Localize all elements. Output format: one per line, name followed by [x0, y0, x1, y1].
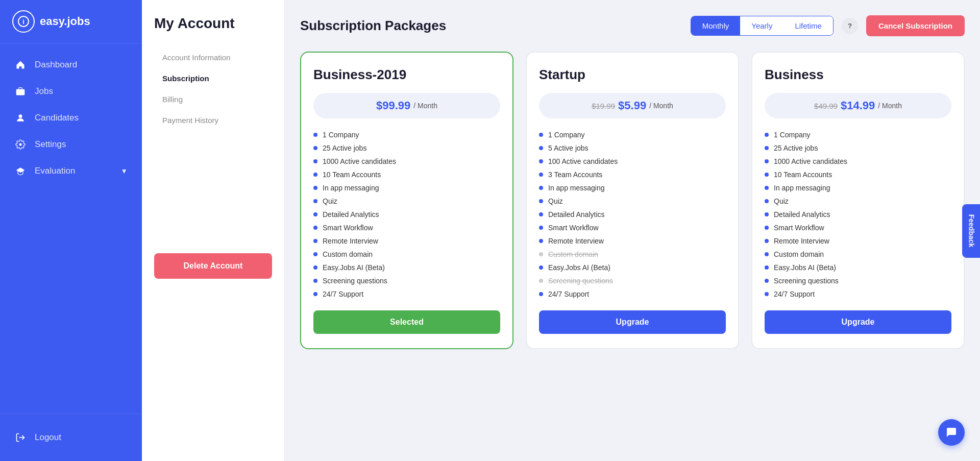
plan-features-1: 1 Company 5 Active jobs 100 Active candi…: [539, 131, 726, 298]
feature-text-2-3: 10 Team Accounts: [774, 171, 832, 179]
feature-text-1-11: Screening questions: [548, 277, 613, 285]
feature-text-2-2: 1000 Active candidates: [774, 157, 847, 165]
subscription-title: Subscription Packages: [300, 18, 446, 34]
feature-dot-2-12: [765, 292, 769, 296]
svg-point-3: [19, 114, 22, 118]
toggle-lifetime[interactable]: Lifetime: [783, 16, 833, 35]
feature-text-2-8: Remote Interview: [774, 237, 829, 245]
account-menu-item-payment-history[interactable]: Payment History: [154, 110, 272, 131]
feature-text-1-5: Quiz: [548, 197, 563, 205]
feature-text-0-11: Screening questions: [323, 277, 387, 285]
feature-dot-0-11: [313, 279, 317, 283]
feature-text-0-1: 25 Active jobs: [323, 144, 366, 152]
logo-text: easy.jobs: [40, 15, 90, 28]
feature-dot-0-9: [313, 252, 317, 256]
feature-text-1-6: Detailed Analytics: [548, 210, 605, 219]
feature-text-1-1: 5 Active jobs: [548, 144, 589, 152]
feature-text-2-4: In app messaging: [774, 184, 830, 192]
feature-item-2-4: In app messaging: [765, 184, 951, 192]
feature-item-1-7: Smart Workflow: [539, 224, 726, 232]
feature-dot-1-3: [539, 173, 543, 177]
header-right: Monthly Yearly Lifetime ? Cancel Subscri…: [691, 15, 965, 36]
feature-text-1-4: In app messaging: [548, 184, 605, 192]
feature-text-0-2: 1000 Active candidates: [323, 157, 396, 165]
feature-item-2-7: Smart Workflow: [765, 224, 951, 232]
feature-dot-1-1: [539, 146, 543, 150]
feature-item-1-11: Screening questions: [539, 277, 726, 285]
feature-item-1-8: Remote Interview: [539, 237, 726, 245]
help-button[interactable]: ?: [842, 18, 858, 34]
feature-text-2-6: Detailed Analytics: [774, 210, 830, 219]
user-icon: [14, 112, 27, 124]
feature-dot-2-10: [765, 265, 769, 270]
cancel-subscription-button[interactable]: Cancel Subscription: [866, 15, 965, 36]
feature-item-2-9: Custom domain: [765, 250, 951, 258]
account-menu-item-billing[interactable]: Billing: [154, 89, 272, 110]
feature-item-2-12: 24/7 Support: [765, 290, 951, 298]
sidebar-nav: Dashboard Jobs Candidates Settings Evalu…: [0, 43, 142, 414]
main-content: My Account Account Information Subscript…: [142, 0, 980, 461]
sidebar-item-evaluation[interactable]: Evaluation ▼: [0, 158, 142, 184]
toggle-monthly[interactable]: Monthly: [691, 16, 741, 35]
price-old-1: $19.99: [592, 102, 615, 110]
feature-item-0-2: 1000 Active candidates: [313, 157, 500, 165]
feature-text-2-10: Easy.Jobs AI (Beta): [774, 263, 836, 272]
feature-text-0-8: Remote Interview: [323, 237, 378, 245]
feature-dot-2-9: [765, 252, 769, 256]
logout-button[interactable]: Logout: [0, 424, 142, 451]
sidebar-item-dashboard[interactable]: Dashboard: [0, 52, 142, 78]
feature-item-0-6: Detailed Analytics: [313, 210, 500, 219]
logout-label: Logout: [35, 432, 61, 443]
feature-item-0-0: 1 Company: [313, 131, 500, 139]
feature-text-0-10: Easy.Jobs AI (Beta): [323, 263, 385, 272]
feature-text-2-1: 25 Active jobs: [774, 144, 818, 152]
feature-dot-0-7: [313, 226, 317, 230]
feature-item-0-12: 24/7 Support: [313, 290, 500, 298]
feature-item-2-3: 10 Team Accounts: [765, 171, 951, 179]
feature-text-1-12: 24/7 Support: [548, 290, 589, 298]
sidebar-item-candidates[interactable]: Candidates: [0, 105, 142, 131]
feature-item-0-5: Quiz: [313, 197, 500, 205]
feature-text-2-0: 1 Company: [774, 131, 811, 139]
feature-item-1-2: 100 Active candidates: [539, 157, 726, 165]
delete-account-button[interactable]: Delete Account: [154, 253, 272, 279]
toggle-yearly[interactable]: Yearly: [740, 16, 783, 35]
feature-text-0-4: In app messaging: [323, 184, 379, 192]
feedback-tab[interactable]: Feedback: [963, 204, 980, 257]
feature-item-0-4: In app messaging: [313, 184, 500, 192]
feature-text-1-2: 100 Active candidates: [548, 157, 618, 165]
sidebar-item-jobs[interactable]: Jobs: [0, 78, 142, 105]
feature-dot-2-5: [765, 199, 769, 203]
feature-dot-2-8: [765, 239, 769, 243]
feature-text-1-8: Remote Interview: [548, 237, 604, 245]
account-title: My Account: [154, 15, 272, 32]
plan-price-box-2: $49.99 $14.99 / Month: [765, 93, 951, 118]
plan-features-0: 1 Company 25 Active jobs 1000 Active can…: [313, 131, 500, 298]
plan-action-btn-0[interactable]: Selected: [313, 310, 500, 334]
plan-action-btn-1[interactable]: Upgrade: [539, 310, 726, 334]
feature-text-1-7: Smart Workflow: [548, 224, 599, 232]
logo-icon: i: [12, 10, 35, 33]
plan-name-1: Startup: [539, 67, 726, 83]
price-current-2: $14.99: [841, 99, 875, 112]
feature-text-0-5: Quiz: [323, 197, 337, 205]
feature-dot-0-3: [313, 173, 317, 177]
subscription-content: Subscription Packages Monthly Yearly Lif…: [285, 0, 980, 461]
sidebar-item-settings[interactable]: Settings: [0, 131, 142, 158]
plan-card-2: Business $49.99 $14.99 / Month 1 Company…: [751, 52, 965, 349]
feature-text-0-12: 24/7 Support: [323, 290, 363, 298]
sidebar: i easy.jobs Dashboard Jobs Candidates: [0, 0, 142, 461]
chat-button[interactable]: [938, 419, 965, 446]
logo[interactable]: i easy.jobs: [0, 0, 142, 43]
feature-text-2-11: Screening questions: [774, 277, 839, 285]
account-menu-item-subscription[interactable]: Subscription: [154, 68, 272, 89]
feature-item-2-11: Screening questions: [765, 277, 951, 285]
price-period-1: / Month: [649, 102, 673, 110]
account-menu-item-information[interactable]: Account Information: [154, 47, 272, 68]
feature-dot-0-10: [313, 265, 317, 270]
subscription-header: Subscription Packages Monthly Yearly Lif…: [300, 15, 965, 36]
plan-action-btn-2[interactable]: Upgrade: [765, 310, 951, 334]
feature-item-1-3: 3 Team Accounts: [539, 171, 726, 179]
feature-dot-2-11: [765, 279, 769, 283]
feature-text-1-10: Easy.Jobs AI (Beta): [548, 263, 610, 272]
